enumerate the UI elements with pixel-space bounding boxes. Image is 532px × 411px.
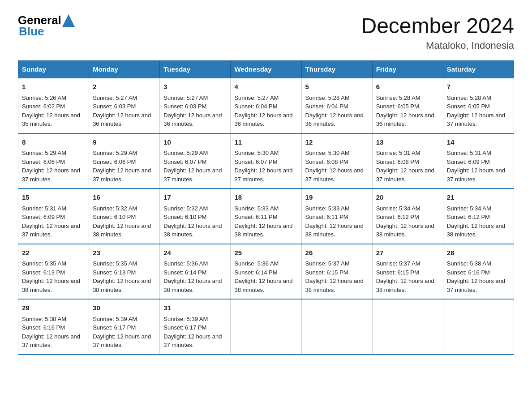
day-number: 6 — [376, 82, 439, 92]
daylight-text: Daylight: 12 hours and 37 minutes. — [93, 333, 151, 349]
sunset-text: Sunset: 6:05 PM — [447, 103, 490, 110]
day-number: 31 — [163, 303, 227, 313]
week-row-5: 29Sunrise: 5:38 AMSunset: 6:16 PMDayligh… — [18, 299, 514, 355]
calendar-cell — [231, 299, 301, 355]
sunset-text: Sunset: 6:13 PM — [22, 269, 65, 276]
daylight-text: Daylight: 12 hours and 38 minutes. — [305, 278, 364, 293]
calendar-cell: 1Sunrise: 5:26 AMSunset: 6:02 PMDaylight… — [18, 78, 89, 133]
calendar-cell: 25Sunrise: 5:36 AMSunset: 6:14 PMDayligh… — [231, 244, 301, 300]
sunset-text: Sunset: 6:10 PM — [93, 214, 136, 220]
header-thursday: Thursday — [301, 61, 372, 78]
day-number: 7 — [447, 82, 510, 92]
daylight-text: Daylight: 12 hours and 35 minutes. — [22, 112, 80, 128]
sunset-text: Sunset: 6:09 PM — [22, 214, 65, 220]
sunset-text: Sunset: 6:14 PM — [163, 269, 206, 276]
calendar-cell: 7Sunrise: 5:28 AMSunset: 6:05 PMDaylight… — [443, 78, 514, 133]
sunrise-text: Sunrise: 5:32 AM — [163, 205, 208, 212]
header-saturday: Saturday — [443, 61, 514, 78]
day-number: 27 — [376, 248, 439, 258]
daylight-text: Daylight: 12 hours and 37 minutes. — [22, 333, 80, 349]
calendar-cell: 22Sunrise: 5:35 AMSunset: 6:13 PMDayligh… — [18, 244, 89, 300]
sunrise-text: Sunrise: 5:29 AM — [163, 150, 208, 156]
sunset-text: Sunset: 6:15 PM — [305, 269, 348, 276]
calendar-cell: 27Sunrise: 5:37 AMSunset: 6:15 PMDayligh… — [372, 244, 443, 300]
daylight-text: Daylight: 12 hours and 38 minutes. — [305, 223, 364, 238]
sunrise-text: Sunrise: 5:38 AM — [447, 260, 491, 267]
sunrise-text: Sunrise: 5:27 AM — [93, 94, 137, 101]
daylight-text: Daylight: 12 hours and 37 minutes. — [163, 167, 222, 183]
daylight-text: Daylight: 12 hours and 37 minutes. — [22, 223, 80, 238]
sunset-text: Sunset: 6:06 PM — [93, 158, 136, 165]
sunrise-text: Sunrise: 5:39 AM — [163, 316, 208, 322]
daylight-text: Daylight: 12 hours and 37 minutes. — [163, 333, 222, 349]
week-row-3: 15Sunrise: 5:31 AMSunset: 6:09 PMDayligh… — [18, 188, 514, 244]
calendar-cell: 2Sunrise: 5:27 AMSunset: 6:03 PMDaylight… — [89, 78, 160, 133]
sunset-text: Sunset: 6:07 PM — [163, 158, 206, 165]
sunrise-text: Sunrise: 5:39 AM — [93, 316, 137, 322]
day-number: 25 — [234, 248, 297, 258]
day-number: 15 — [22, 193, 85, 203]
sunrise-text: Sunrise: 5:29 AM — [93, 150, 137, 156]
sunrise-text: Sunrise: 5:27 AM — [163, 94, 208, 101]
daylight-text: Daylight: 12 hours and 36 minutes. — [234, 112, 292, 128]
daylight-text: Daylight: 12 hours and 38 minutes. — [163, 223, 222, 238]
header-monday: Monday — [89, 61, 160, 78]
day-number: 12 — [305, 137, 369, 148]
week-row-4: 22Sunrise: 5:35 AMSunset: 6:13 PMDayligh… — [18, 244, 514, 300]
calendar-cell: 12Sunrise: 5:30 AMSunset: 6:08 PMDayligh… — [301, 133, 372, 189]
day-number: 5 — [305, 82, 369, 92]
sunset-text: Sunset: 6:15 PM — [376, 269, 419, 276]
daylight-text: Daylight: 12 hours and 38 minutes. — [163, 278, 222, 293]
calendar-cell: 9Sunrise: 5:29 AMSunset: 6:06 PMDaylight… — [89, 133, 160, 189]
logo-blue-text: Blue — [19, 25, 75, 38]
sunset-text: Sunset: 6:12 PM — [447, 214, 490, 220]
day-number: 24 — [163, 248, 227, 258]
sunset-text: Sunset: 6:10 PM — [163, 214, 206, 220]
calendar-cell: 19Sunrise: 5:33 AMSunset: 6:11 PMDayligh… — [301, 188, 372, 244]
sunrise-text: Sunrise: 5:28 AM — [305, 94, 350, 101]
day-number: 29 — [22, 303, 85, 313]
calendar-cell: 24Sunrise: 5:36 AMSunset: 6:14 PMDayligh… — [160, 244, 231, 300]
daylight-text: Daylight: 12 hours and 37 minutes. — [447, 167, 505, 183]
sunset-text: Sunset: 6:14 PM — [234, 269, 277, 276]
sunset-text: Sunset: 6:11 PM — [305, 214, 348, 220]
calendar-cell: 3Sunrise: 5:27 AMSunset: 6:03 PMDaylight… — [160, 78, 231, 133]
week-row-2: 8Sunrise: 5:29 AMSunset: 6:06 PMDaylight… — [18, 133, 514, 189]
sunrise-text: Sunrise: 5:26 AM — [22, 94, 66, 101]
sunset-text: Sunset: 6:07 PM — [234, 158, 277, 165]
header-sunday: Sunday — [18, 61, 89, 78]
sunset-text: Sunset: 6:17 PM — [163, 324, 206, 331]
daylight-text: Daylight: 12 hours and 36 minutes. — [163, 112, 222, 128]
sunrise-text: Sunrise: 5:36 AM — [234, 260, 279, 267]
daylight-text: Daylight: 12 hours and 38 minutes. — [93, 223, 151, 238]
calendar-cell: 14Sunrise: 5:31 AMSunset: 6:09 PMDayligh… — [443, 133, 514, 189]
daylight-text: Daylight: 12 hours and 37 minutes. — [447, 278, 505, 293]
sunrise-text: Sunrise: 5:31 AM — [447, 150, 491, 156]
sunrise-text: Sunrise: 5:35 AM — [22, 260, 66, 267]
sunrise-text: Sunrise: 5:33 AM — [234, 205, 279, 212]
sunrise-text: Sunrise: 5:30 AM — [305, 150, 350, 156]
calendar-cell: 31Sunrise: 5:39 AMSunset: 6:17 PMDayligh… — [160, 299, 231, 355]
sunset-text: Sunset: 6:12 PM — [376, 214, 419, 220]
calendar-cell: 21Sunrise: 5:34 AMSunset: 6:12 PMDayligh… — [443, 188, 514, 244]
calendar-cell — [443, 299, 514, 355]
sunset-text: Sunset: 6:08 PM — [305, 158, 348, 165]
header-row: SundayMondayTuesdayWednesdayThursdayFrid… — [18, 61, 514, 78]
day-number: 26 — [305, 248, 369, 258]
sunset-text: Sunset: 6:17 PM — [93, 324, 136, 331]
sunrise-text: Sunrise: 5:34 AM — [376, 205, 420, 212]
calendar-cell: 29Sunrise: 5:38 AMSunset: 6:16 PMDayligh… — [18, 299, 89, 355]
day-number: 21 — [447, 193, 510, 203]
sunrise-text: Sunrise: 5:36 AM — [163, 260, 208, 267]
logo: General Blue — [18, 13, 75, 38]
calendar-body: 1Sunrise: 5:26 AMSunset: 6:02 PMDaylight… — [18, 78, 514, 355]
day-number: 1 — [22, 82, 85, 92]
day-number: 11 — [234, 137, 297, 148]
sunset-text: Sunset: 6:04 PM — [234, 103, 277, 110]
day-number: 23 — [93, 248, 156, 258]
sunrise-text: Sunrise: 5:28 AM — [376, 94, 420, 101]
calendar-cell: 15Sunrise: 5:31 AMSunset: 6:09 PMDayligh… — [18, 188, 89, 244]
day-number: 9 — [93, 137, 156, 148]
sunrise-text: Sunrise: 5:38 AM — [22, 316, 66, 322]
sunset-text: Sunset: 6:05 PM — [376, 103, 419, 110]
